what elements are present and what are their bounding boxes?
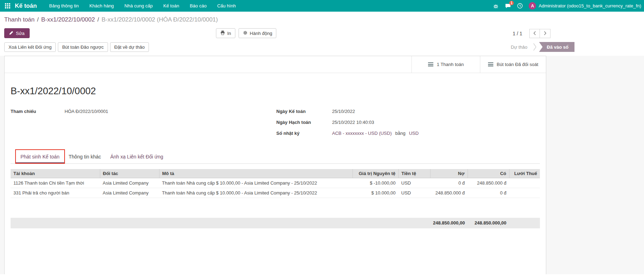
form-sheet: 1 Thanh toán Bút toán Đã đối soát B-xx1/… — [4, 56, 546, 274]
action-statusbar-row: Xoá Liên kết Đối ứng Bút toán Đảo ngược … — [0, 41, 644, 56]
print-button[interactable]: In — [216, 28, 235, 38]
col-header-tax-grids[interactable]: Lưới Thuế — [509, 169, 540, 178]
chevron-right-icon — [544, 31, 547, 36]
cell-credit: 0 đ — [468, 188, 509, 198]
tab-other-info-label: Thông tin khác — [69, 154, 101, 160]
center-buttons: In Hành động — [216, 28, 276, 38]
field-reference-value: HÓA Đ/2022/10/0001 — [65, 108, 108, 115]
breadcrumb-link-payments[interactable]: Thanh toán — [4, 16, 35, 23]
journal-connector: bằng — [395, 131, 405, 136]
col-header-partner[interactable]: Đối tác — [100, 169, 159, 178]
payments-smart-button-label: 1 Thanh toán — [437, 62, 464, 67]
breadcrumb-separator: / — [97, 16, 99, 23]
reconciled-entries-smart-button-label: Bút toán Đã đối soát — [497, 62, 538, 67]
reverse-entry-button[interactable]: Bút toán Đảo ngược — [58, 42, 108, 52]
menu-reporting[interactable]: Báo cáo — [185, 0, 212, 12]
app-title[interactable]: Kế toán — [15, 2, 37, 10]
menu-configuration[interactable]: Cấu hình — [212, 0, 241, 12]
cell-tax-grids — [509, 178, 540, 188]
field-reference-label: Tham chiếu — [11, 108, 65, 115]
cell-amount-currency: $ 10.000,00 — [353, 188, 398, 198]
cell-label: Thanh toán Nhà cung cấp $ 10.000,00 - As… — [159, 188, 353, 198]
printer-icon — [220, 30, 225, 36]
content-area: 1 Thanh toán Bút toán Đã đối soát B-xx1/… — [0, 56, 644, 274]
total-credit: 248.850.000,00 — [468, 218, 509, 228]
messages-chat-icon[interactable]: 1 — [505, 3, 511, 9]
field-groups: Tham chiếu HÓA Đ/2022/10/0001 Ngày Kế to… — [11, 108, 540, 141]
col-header-credit[interactable]: Có — [468, 169, 509, 178]
apps-grid-icon[interactable] — [1, 0, 13, 12]
total-debit: 248.850.000,00 — [430, 218, 468, 228]
menu-vendors[interactable]: Nhà cung cấp — [119, 0, 158, 12]
record-action-buttons: Xoá Liên kết Đối ứng Bút toán Đảo ngược … — [4, 42, 149, 52]
systray: 1 A Administrator (odoo15_to_bank_curren… — [493, 2, 641, 10]
menu-accounting[interactable]: Kế toán — [158, 0, 185, 12]
print-button-label: In — [227, 31, 231, 36]
tab-reconciliation-mapping-label: Ánh xạ Liên kết Đối ứng — [110, 154, 163, 160]
col-header-amount-currency[interactable]: Giá trị Nguyên tệ — [353, 169, 398, 178]
message-count-badge: 1 — [509, 1, 514, 5]
field-accounting-date-label: Ngày Kế toán — [276, 108, 332, 115]
breadcrumb-current: B-xx1/2022/10/0002 (HÓA Đ/2022/10/0001) — [102, 16, 218, 23]
status-posted[interactable]: Đã vào sổ — [539, 42, 574, 52]
cell-account: 1126 Thanh toán Chi tiền Tạm thời — [11, 178, 100, 188]
tab-reconciliation-mapping[interactable]: Ánh xạ Liên kết Đối ứng — [106, 151, 168, 163]
cell-debit: 0 đ — [430, 178, 468, 188]
activities-clock-icon[interactable] — [517, 3, 523, 9]
gear-icon — [243, 30, 248, 36]
pager-previous-button[interactable] — [529, 29, 540, 38]
edit-button-label: Sửa — [16, 31, 25, 36]
statusbar-chevron-icon — [533, 43, 536, 51]
table-header-row: Tài khoản Đối tác Mô tả Giá trị Nguyên t… — [11, 169, 540, 178]
bars-icon — [488, 62, 493, 67]
cell-debit: 248.850.000 đ — [430, 188, 468, 198]
edit-button[interactable]: Sửa — [4, 28, 30, 38]
cell-credit: 248.850.000 đ — [468, 178, 509, 188]
reset-to-draft-button[interactable]: Đặt về dự thảo — [110, 42, 149, 52]
cell-partner: Asia Limited Company — [100, 178, 159, 188]
journal-link[interactable]: ACB - xxxxxxxx - USD (USD) — [332, 131, 392, 136]
cell-currency: USD — [398, 178, 430, 188]
status-draft[interactable]: Dự thảo — [511, 44, 528, 50]
table-row[interactable]: 1126 Thanh toán Chi tiền Tạm thời Asia L… — [11, 178, 540, 188]
debug-bug-icon[interactable] — [493, 3, 499, 9]
bars-icon — [428, 62, 433, 67]
user-menu[interactable]: A Administrator (odoo15_to_bank_currency… — [529, 2, 641, 10]
cell-label: Thanh toán Nhà cung cấp $ 10.000,00 - As… — [159, 178, 353, 188]
journal-currency-link[interactable]: USD — [409, 131, 419, 136]
col-header-label[interactable]: Mô tả — [159, 169, 353, 178]
cell-tax-grids — [509, 188, 540, 198]
cell-amount-currency: $ -10.000,00 — [353, 178, 398, 188]
field-posting-date: Ngày Hạch toán 25/10/2022 10:40:03 — [276, 119, 540, 126]
col-header-currency[interactable]: Tiền tệ — [398, 169, 430, 178]
pager-next-button[interactable] — [540, 29, 550, 38]
chevron-left-icon — [533, 31, 536, 36]
col-header-account[interactable]: Tài khoản — [11, 169, 100, 178]
pager-value[interactable]: 1 / 1 — [513, 31, 522, 36]
record-title: B-xx1/2022/10/0002 — [11, 86, 540, 97]
breadcrumb-separator: / — [37, 16, 39, 23]
action-button[interactable]: Hành động — [239, 28, 277, 38]
remove-reconciliation-button[interactable]: Xoá Liên kết Đối ứng — [4, 42, 56, 52]
col-header-debit[interactable]: Nợ — [430, 169, 468, 178]
field-posting-date-label: Ngày Hạch toán — [276, 119, 332, 126]
tab-journal-items[interactable]: Phát sinh Kế toán — [16, 151, 64, 163]
breadcrumb-link-entry[interactable]: B-xx1/2022/10/0002 — [41, 16, 95, 23]
breadcrumb: Thanh toán/B-xx1/2022/10/0002/B-xx1/2022… — [0, 12, 644, 25]
user-name: Administrator (odoo15_to_bank_currency_r… — [538, 3, 641, 8]
cell-partner: Asia Limited Company — [100, 188, 159, 198]
table-row[interactable]: 331 Phải trả cho người bán Asia Limited … — [11, 188, 540, 198]
tab-journal-items-label: Phát sinh Kế toán — [20, 154, 60, 160]
menu-dashboard[interactable]: Bảng thông tin — [44, 0, 84, 12]
pencil-icon — [9, 31, 13, 36]
notebook-tabs: Phát sinh Kế toán Thông tin khác Ánh xạ … — [11, 151, 540, 164]
cell-currency: USD — [398, 188, 430, 198]
field-journal: Sổ nhật ký ACB - xxxxxxxx - USD (USD)bằn… — [276, 130, 540, 137]
reconciled-entries-smart-button[interactable]: Bút toán Đã đối soát — [480, 56, 546, 73]
menu-customers[interactable]: Khách hàng — [84, 0, 119, 12]
field-accounting-date-value: 25/10/2022 — [332, 108, 355, 115]
tab-other-info[interactable]: Thông tin khác — [64, 151, 106, 163]
pager: 1 / 1 — [513, 29, 550, 38]
payments-smart-button[interactable]: 1 Thanh toán — [411, 56, 480, 73]
smart-button-box: 1 Thanh toán Bút toán Đã đối soát — [5, 56, 546, 73]
